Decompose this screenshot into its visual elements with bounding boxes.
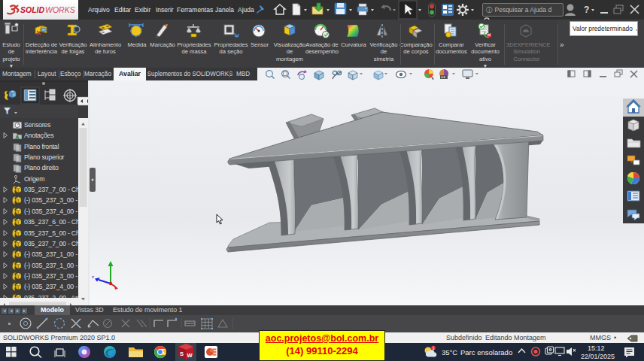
- svg-text:SOLID: SOLID: [20, 5, 45, 14]
- svg-text:S: S: [180, 350, 184, 357]
- svg-text:22/01/2025: 22/01/2025: [581, 353, 615, 360]
- svg-text:A: A: [15, 134, 20, 141]
- svg-text:WORKS: WORKS: [45, 5, 75, 14]
- svg-text:?: ?: [584, 5, 589, 15]
- svg-text:15:12: 15:12: [588, 344, 605, 352]
- svg-text:W: W: [187, 352, 193, 359]
- svg-text:35°C: 35°C: [442, 348, 457, 356]
- svg-text:Parc ensolarado: Parc ensolarado: [460, 348, 512, 356]
